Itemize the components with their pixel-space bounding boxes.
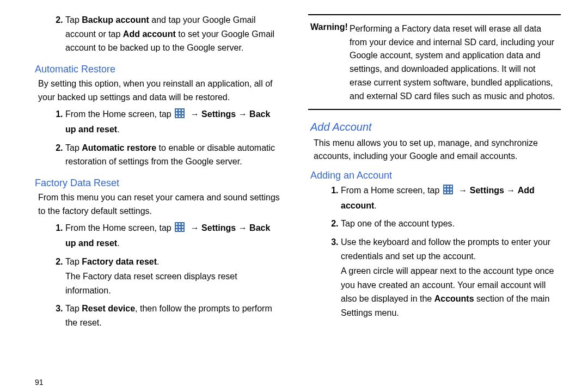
bold-text: Reset device xyxy=(82,304,135,313)
svg-rect-11 xyxy=(176,223,177,225)
list-item: Use the keyboard and follow the prompts … xyxy=(341,235,561,320)
text: . xyxy=(374,201,376,210)
svg-rect-29 xyxy=(450,192,452,193)
list-item: From the Home screen, tap → Settings → B… xyxy=(65,221,285,250)
text: Tap xyxy=(65,257,82,266)
warning-label: Warning! xyxy=(310,22,348,32)
list-item: From a Home screen, tap → Settings → Add… xyxy=(341,183,561,212)
list-item: From the Home screen, tap → Settings → B… xyxy=(65,107,285,136)
apps-grid-icon xyxy=(175,108,185,122)
bold-text: Add account xyxy=(123,29,176,39)
svg-rect-18 xyxy=(179,229,181,231)
page-number: 91 xyxy=(35,373,285,387)
sub-text: The Factory data reset screen displays r… xyxy=(65,270,282,297)
svg-rect-22 xyxy=(447,186,449,187)
text: . xyxy=(117,238,119,248)
svg-rect-14 xyxy=(176,226,177,228)
bold-text: Settings xyxy=(201,223,236,232)
add-account-steps: From a Home screen, tap → Settings → Add… xyxy=(308,183,561,324)
svg-rect-21 xyxy=(444,186,446,187)
bold-text: Backup account xyxy=(82,15,149,24)
svg-rect-16 xyxy=(182,226,183,228)
svg-rect-26 xyxy=(450,189,452,191)
list-item: Tap one of the account types. xyxy=(341,217,561,231)
svg-rect-7 xyxy=(176,115,177,117)
bold-text: Settings xyxy=(470,186,504,195)
continued-steps: Tap Backup account and tap your Google G… xyxy=(33,13,285,59)
text: Tap one of the account types. xyxy=(341,219,455,228)
intro-text: From this menu you can reset your camera… xyxy=(38,191,283,218)
svg-rect-4 xyxy=(176,113,177,114)
bold-text: Settings xyxy=(201,109,236,119)
svg-rect-25 xyxy=(447,189,449,191)
list-item: Tap Factory data reset. The Factory data… xyxy=(65,255,285,298)
text: . xyxy=(117,125,119,134)
subsection-heading: Factory Data Reset xyxy=(35,177,285,189)
svg-rect-12 xyxy=(179,223,181,225)
svg-rect-19 xyxy=(182,229,183,231)
svg-rect-27 xyxy=(444,192,446,193)
list-item: Tap Reset device, then follow the prompt… xyxy=(65,302,285,329)
svg-rect-15 xyxy=(179,226,181,228)
svg-rect-24 xyxy=(444,189,446,191)
subsection-heading: Adding an Account xyxy=(310,170,561,181)
svg-rect-1 xyxy=(176,109,177,111)
warning-callout: Warning! Performing a Factory data reset… xyxy=(308,14,561,110)
apps-grid-icon xyxy=(443,185,453,199)
text: Tap xyxy=(65,304,82,313)
factory-reset-steps: From the Home screen, tap → Settings → B… xyxy=(33,221,285,334)
text: From a Home screen, tap xyxy=(341,186,442,195)
text: . xyxy=(157,257,159,266)
bold-text: Accounts xyxy=(434,294,474,303)
list-item: Tap Backup account and tap your Google G… xyxy=(65,13,285,55)
sub-text: A green circle will appear next to the a… xyxy=(341,264,558,320)
svg-rect-17 xyxy=(176,229,177,231)
text: Use the keyboard and follow the prompts … xyxy=(341,237,550,261)
svg-rect-9 xyxy=(182,115,183,117)
svg-rect-2 xyxy=(179,109,181,111)
svg-rect-6 xyxy=(182,113,183,114)
intro-text: By setting this option, when you reinsta… xyxy=(38,77,283,105)
warning-body: Performing a Factory data reset will era… xyxy=(350,22,559,103)
left-column: Tap Backup account and tap your Google G… xyxy=(33,12,285,387)
subsection-heading: Automatic Restore xyxy=(35,64,285,75)
apps-grid-icon xyxy=(175,222,185,236)
svg-rect-23 xyxy=(450,186,452,187)
text: Tap xyxy=(65,143,82,152)
list-item: Tap Automatic restore to enable or disab… xyxy=(65,141,285,169)
section-heading: Add Account xyxy=(310,121,561,133)
text: Tap xyxy=(65,15,82,24)
svg-rect-28 xyxy=(447,192,449,193)
right-column: Warning! Performing a Factory data reset… xyxy=(308,12,561,387)
manual-page: Tap Backup account and tap your Google G… xyxy=(0,0,588,392)
intro-text: This menu allows you to set up, manage, … xyxy=(314,137,559,164)
svg-rect-8 xyxy=(179,115,181,117)
svg-rect-13 xyxy=(182,223,183,225)
text: From the Home screen, tap xyxy=(65,223,174,232)
bold-text: Automatic restore xyxy=(82,143,156,152)
text: From the Home screen, tap xyxy=(65,109,174,119)
svg-rect-3 xyxy=(182,109,183,111)
svg-rect-5 xyxy=(179,113,181,114)
auto-restore-steps: From the Home screen, tap → Settings → B… xyxy=(33,107,285,173)
bold-text: Factory data reset xyxy=(82,257,157,266)
